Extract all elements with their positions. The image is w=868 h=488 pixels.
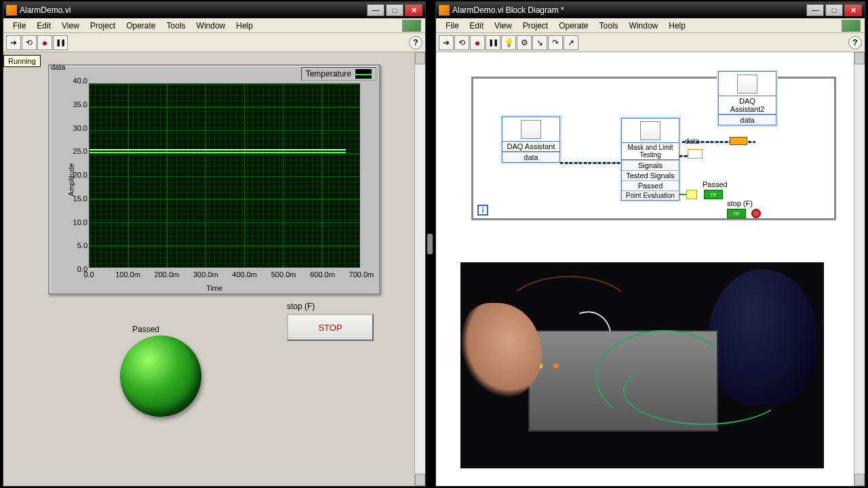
y-tick: 40.0 bbox=[73, 77, 87, 85]
stop-label: stop (F) bbox=[287, 302, 315, 311]
signal-cable bbox=[623, 357, 786, 425]
menu-view[interactable]: View bbox=[489, 20, 517, 32]
node-terminal: Point Evaluation bbox=[622, 190, 679, 200]
abort-button[interactable]: ● bbox=[37, 35, 52, 50]
y-tick: 30.0 bbox=[73, 124, 87, 132]
block-diagram-window: AlarmDemo.vi Block Diagram * — □ ✕ File … bbox=[435, 1, 865, 487]
vertical-scrollbar[interactable] bbox=[414, 52, 425, 486]
node-terminal: data bbox=[502, 152, 559, 162]
stop-button-text: STOP bbox=[318, 323, 342, 333]
while-loop[interactable]: DAQ Assistant data Mask and Limit Testin… bbox=[471, 77, 836, 220]
block-diagram-body[interactable]: DAQ Assistant data Mask and Limit Testin… bbox=[436, 52, 865, 486]
node-terminal: Signals bbox=[622, 160, 679, 170]
run-continuous-button[interactable]: ⟲ bbox=[22, 35, 37, 50]
y-axis-title: Amplitude bbox=[67, 163, 75, 197]
labview-vi-icon bbox=[439, 5, 450, 16]
menu-operate[interactable]: Operate bbox=[121, 20, 161, 32]
hardware-photo bbox=[460, 262, 824, 468]
labview-vi-icon bbox=[6, 5, 17, 16]
run-button[interactable]: ➔ bbox=[6, 35, 21, 50]
menu-view[interactable]: View bbox=[56, 20, 85, 32]
context-help-button[interactable]: ? bbox=[409, 36, 422, 49]
step-into-button[interactable]: ↘ bbox=[532, 35, 547, 50]
vertical-scrollbar[interactable] bbox=[854, 52, 865, 486]
menu-project[interactable]: Project bbox=[85, 20, 121, 32]
tunnel-icon[interactable] bbox=[730, 137, 747, 145]
retain-wire-button[interactable]: ⚙ bbox=[517, 35, 532, 50]
menubar: File Edit View Project Operate Tools Win… bbox=[436, 18, 865, 33]
minimize-button[interactable]: — bbox=[806, 4, 824, 16]
legend-swatch-icon bbox=[355, 69, 372, 79]
run-continuous-button[interactable]: ⟲ bbox=[454, 35, 469, 50]
boolean-wire[interactable] bbox=[679, 194, 686, 195]
node-terminal: Passed bbox=[622, 180, 679, 190]
menu-window[interactable]: Window bbox=[624, 20, 664, 32]
maximize-button[interactable]: □ bbox=[386, 4, 403, 16]
toolbar: ➔ ⟲ ● ❚❚ 💡 ⚙ ↘ ↷ ↗ ? bbox=[436, 33, 865, 52]
x-axis: 0.0 100.0m 200.0m 300.0m 400.0m 500.0m 6… bbox=[86, 270, 364, 281]
chart-gridlines bbox=[90, 84, 359, 267]
mask-limit-testing-node[interactable]: Mask and Limit Testing Signals Tested Si… bbox=[621, 118, 679, 201]
loop-stop-terminal-icon[interactable] bbox=[751, 209, 761, 218]
step-out-button[interactable]: ↗ bbox=[564, 35, 578, 50]
running-status-badge: Running bbox=[3, 55, 41, 67]
menu-window[interactable]: Window bbox=[191, 20, 231, 32]
menu-help[interactable]: Help bbox=[231, 20, 258, 32]
x-tick: 100.0m bbox=[115, 270, 140, 279]
menu-edit[interactable]: Edit bbox=[464, 20, 489, 32]
daq-assistant-node[interactable]: DAQ Assistant data bbox=[502, 117, 560, 163]
pause-button[interactable]: ❚❚ bbox=[486, 35, 500, 50]
context-help-button[interactable]: ? bbox=[848, 36, 862, 49]
select-function-icon[interactable] bbox=[686, 190, 697, 199]
menu-project[interactable]: Project bbox=[517, 20, 553, 32]
window-title: AlarmDemo.vi bbox=[20, 5, 367, 15]
titlebar[interactable]: AlarmDemo.vi — □ ✕ bbox=[3, 2, 425, 18]
menu-help[interactable]: Help bbox=[663, 20, 691, 32]
y-tick: 5.0 bbox=[77, 241, 87, 249]
stop-button[interactable]: STOP bbox=[287, 314, 374, 341]
x-tick: 0.0 bbox=[83, 270, 94, 279]
daq-assistant2-node[interactable]: DAQ Assistant2 data bbox=[718, 71, 776, 125]
stop-terminal-label: stop (F) bbox=[727, 199, 753, 207]
window-divider[interactable] bbox=[426, 0, 434, 488]
stop-control-terminal[interactable]: TF bbox=[727, 209, 746, 218]
passed-indicator-terminal[interactable]: TF bbox=[704, 190, 723, 199]
node-title: DAQ Assistant2 bbox=[719, 96, 776, 115]
x-axis-title: Time bbox=[206, 284, 222, 292]
plot-area bbox=[89, 83, 360, 268]
divider-handle-icon bbox=[427, 234, 433, 254]
minimize-button[interactable]: — bbox=[367, 4, 384, 16]
menu-edit[interactable]: Edit bbox=[31, 20, 56, 32]
menu-operate[interactable]: Operate bbox=[553, 20, 593, 32]
vi-icon[interactable] bbox=[402, 20, 421, 32]
highlight-execution-button[interactable]: 💡 bbox=[501, 35, 516, 50]
chart-legend[interactable]: Temperature bbox=[301, 67, 376, 81]
menu-tools[interactable]: Tools bbox=[161, 20, 191, 32]
pause-button[interactable]: ❚❚ bbox=[53, 35, 68, 50]
run-button[interactable]: ➔ bbox=[439, 35, 454, 50]
waveform-chart[interactable]: data Temperature 40.0 35.0 30.0 25.0 20.… bbox=[48, 64, 380, 295]
vi-icon[interactable] bbox=[842, 20, 861, 32]
signal-wire[interactable] bbox=[560, 162, 621, 164]
x-tick: 200.0m bbox=[155, 270, 180, 279]
loop-iteration-terminal[interactable]: i bbox=[477, 205, 488, 216]
led-indicator-icon bbox=[120, 336, 201, 417]
close-button[interactable]: ✕ bbox=[844, 4, 862, 16]
step-over-button[interactable]: ↷ bbox=[548, 35, 563, 50]
abort-button[interactable]: ● bbox=[470, 35, 485, 50]
x-tick: 300.0m bbox=[193, 270, 218, 279]
passed-led-label: Passed bbox=[132, 325, 159, 334]
close-button[interactable]: ✕ bbox=[405, 4, 422, 16]
menu-file[interactable]: File bbox=[440, 20, 464, 32]
titlebar[interactable]: AlarmDemo.vi Block Diagram * — □ ✕ bbox=[436, 2, 865, 18]
menu-file[interactable]: File bbox=[7, 20, 31, 32]
node-title: Mask and Limit Testing bbox=[622, 143, 679, 160]
maximize-button[interactable]: □ bbox=[825, 4, 843, 16]
daq-icon bbox=[521, 120, 541, 139]
menu-tools[interactable]: Tools bbox=[594, 20, 624, 32]
y-tick: 10.0 bbox=[73, 218, 87, 226]
data-indicator-terminal[interactable] bbox=[688, 149, 703, 159]
passed-led bbox=[120, 336, 201, 417]
front-panel-body: Running data Temperature 40.0 35.0 30.0 … bbox=[3, 52, 425, 486]
node-terminal: Tested Signals bbox=[622, 170, 679, 180]
